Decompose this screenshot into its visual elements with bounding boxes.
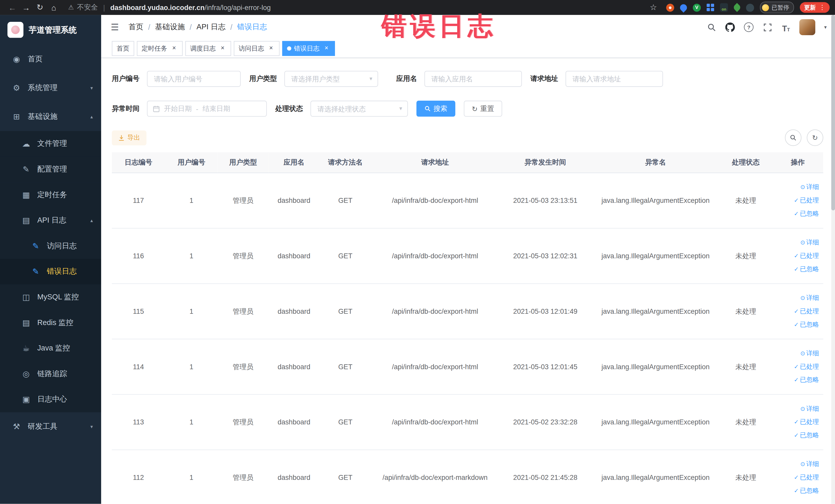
update-button[interactable]: 更新 ⋮ xyxy=(800,2,830,13)
detail-link[interactable]: ⊙详细 xyxy=(773,458,819,471)
ignored-link[interactable]: ✓已忽略 xyxy=(773,484,819,498)
search-button[interactable]: 搜索 xyxy=(416,101,455,117)
request-url-field[interactable] xyxy=(566,71,663,87)
user-type-select[interactable]: ▼ xyxy=(284,71,378,87)
processed-link[interactable]: ✓已处理 xyxy=(773,194,819,207)
column-header: 用户类型 xyxy=(218,152,268,173)
sidebar-item-file-management[interactable]: ☁ 文件管理 xyxy=(0,131,101,157)
user-type-input[interactable] xyxy=(284,71,378,87)
back-icon[interactable]: ← xyxy=(5,3,19,12)
sidebar-item-api-log[interactable]: ▤ API 日志 ▲ xyxy=(0,208,101,234)
sidebar-item-mysql-monitor[interactable]: ◫ MySQL 监控 xyxy=(0,284,101,310)
refresh-table-button[interactable]: ↻ xyxy=(807,129,823,146)
column-header: 处理状态 xyxy=(719,152,772,173)
avatar[interactable] xyxy=(799,19,815,35)
app-name-input[interactable] xyxy=(424,71,522,87)
help-icon[interactable]: ? xyxy=(744,22,754,32)
status-select[interactable]: ▼ xyxy=(310,101,408,117)
menu-kebab-icon[interactable]: ⋮ xyxy=(819,4,826,11)
processed-link[interactable]: ✓已处理 xyxy=(773,471,819,484)
scrollbar-thumb[interactable] xyxy=(831,15,835,210)
tab-scheduled-tasks[interactable]: 定时任务× xyxy=(137,41,183,56)
tab-close-icon[interactable]: × xyxy=(219,45,226,52)
ignored-link[interactable]: ✓已忽略 xyxy=(773,373,819,387)
sidebar-item-scheduled-tasks[interactable]: ▦ 定时任务 xyxy=(0,182,101,208)
processed-link[interactable]: ✓已处理 xyxy=(773,305,819,318)
tab-close-icon[interactable]: × xyxy=(267,45,274,52)
log-center-icon: ▣ xyxy=(21,395,31,404)
app-name-field[interactable] xyxy=(424,71,522,87)
font-size-icon[interactable]: TT xyxy=(781,22,791,32)
ignored-link[interactable]: ✓已忽略 xyxy=(773,207,819,221)
extension-icon[interactable]: V xyxy=(693,3,701,11)
detail-link[interactable]: ⊙详细 xyxy=(773,291,819,305)
ignored-link[interactable]: ✓已忽略 xyxy=(773,263,819,276)
sidebar-item-java-monitor[interactable]: ☕ Java 监控 xyxy=(0,336,101,361)
refresh-icon[interactable]: ↻ xyxy=(33,3,47,12)
sidebar-item-access-log[interactable]: ✎ 访问日志 xyxy=(0,234,101,259)
toggle-search-button[interactable] xyxy=(785,129,801,146)
tab-close-icon[interactable]: × xyxy=(323,45,330,52)
forward-icon[interactable]: → xyxy=(19,3,33,12)
ignored-link[interactable]: ✓已忽略 xyxy=(773,429,819,442)
screen: ← → ↻ ⌂ ⚠ 不安全 | dashboard.yudao.iocoder.… xyxy=(0,0,835,504)
start-date-placeholder: 开始日期 xyxy=(164,104,192,114)
processed-link[interactable]: ✓已处理 xyxy=(773,360,819,373)
paused-badge[interactable]: 已暂停 xyxy=(760,2,794,13)
breadcrumb-item[interactable]: API 日志 xyxy=(197,22,226,32)
search-icon[interactable] xyxy=(706,22,717,32)
hamburger-icon[interactable]: ☰ xyxy=(111,22,119,33)
processed-link[interactable]: ✓已处理 xyxy=(773,416,819,429)
detail-link[interactable]: ⊙详细 xyxy=(773,402,819,416)
export-button[interactable]: 导出 xyxy=(112,130,147,145)
download-icon xyxy=(118,135,125,141)
tab-schedule-log[interactable]: 调度日志× xyxy=(185,41,231,56)
tab-close-icon[interactable]: × xyxy=(170,45,178,52)
detail-link[interactable]: ⊙详细 xyxy=(773,347,819,360)
extension-icon[interactable] xyxy=(707,4,714,11)
extension-icon[interactable]: on xyxy=(720,3,728,12)
tab-home[interactable]: 首页 xyxy=(112,41,134,56)
request-url-input[interactable] xyxy=(566,71,663,87)
tab-access-log[interactable]: 访问日志× xyxy=(234,41,280,56)
detail-link[interactable]: ⊙详细 xyxy=(773,236,819,249)
sidebar-item-error-log[interactable]: ✎ 错误日志 xyxy=(0,259,101,284)
scrollbar[interactable] xyxy=(831,15,835,504)
address-bar[interactable]: dashboard.yudao.iocoder.cn/infra/log/api… xyxy=(110,3,271,11)
processed-link[interactable]: ✓已处理 xyxy=(773,249,819,263)
extension-icon[interactable] xyxy=(666,3,674,11)
chevron-down-icon[interactable]: ▼ xyxy=(823,25,827,29)
sidebar-item-log-center[interactable]: ▣ 日志中心 xyxy=(0,387,101,412)
home-icon[interactable]: ⌂ xyxy=(47,3,61,12)
extension-icon[interactable] xyxy=(733,3,741,12)
site-security[interactable]: ⚠ 不安全 xyxy=(68,3,98,12)
sidebar-item-trace[interactable]: ◎ 链路追踪 xyxy=(0,361,101,387)
sidebar-item-home[interactable]: ◉ 首页 xyxy=(0,45,101,74)
cell-user-type: 管理员 xyxy=(218,395,268,450)
extension-icon[interactable] xyxy=(679,3,688,12)
date-range-picker[interactable]: 开始日期 - 结束日期 xyxy=(147,101,267,117)
cell-user-type: 管理员 xyxy=(218,173,268,228)
extension-icon[interactable] xyxy=(746,3,754,11)
cell-actions: ⊙详细 ✓已处理 ✓已忽略 xyxy=(772,339,823,395)
breadcrumb-item[interactable]: 基础设施 xyxy=(155,22,185,32)
reset-button[interactable]: ↻ 重置 xyxy=(464,101,502,117)
breadcrumb-item[interactable]: 首页 xyxy=(128,22,143,32)
sidebar-item-system-management[interactable]: ⚙ 系统管理 ▼ xyxy=(0,74,101,102)
status-input[interactable] xyxy=(310,101,408,117)
fullscreen-icon[interactable] xyxy=(762,22,773,32)
sidebar-item-config-management[interactable]: ✎ 配置管理 xyxy=(0,157,101,182)
bookmark-star-icon[interactable]: ☆ xyxy=(647,3,660,12)
emoji-icon xyxy=(762,4,769,11)
sidebar-item-infrastructure[interactable]: ⊞ 基础设施 ▲ xyxy=(0,102,101,131)
ignored-link[interactable]: ✓已忽略 xyxy=(773,318,819,331)
detail-link[interactable]: ⊙详细 xyxy=(773,181,819,194)
user-id-input[interactable] xyxy=(147,71,241,87)
app-logo[interactable]: 芋道管理系统 xyxy=(0,15,101,45)
sidebar-item-redis-monitor[interactable]: ▤ Redis 监控 xyxy=(0,310,101,336)
sidebar-item-dev-tools[interactable]: ⚒ 研发工具 ▼ xyxy=(0,412,101,441)
tab-error-log[interactable]: 错误日志× xyxy=(282,41,335,56)
user-id-field[interactable] xyxy=(147,71,241,87)
github-icon[interactable] xyxy=(725,22,735,32)
cell-status: 未处理 xyxy=(719,339,772,395)
